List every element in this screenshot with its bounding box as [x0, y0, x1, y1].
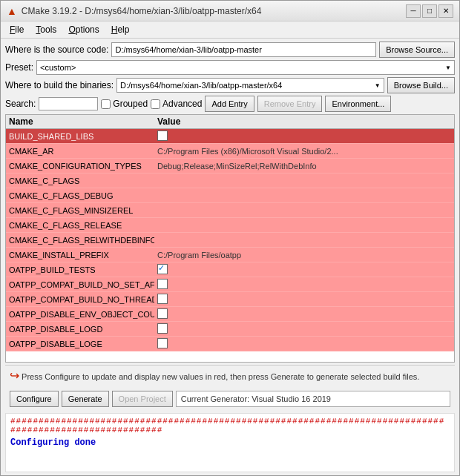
- status-text: Press Configure to update and display ne…: [22, 372, 419, 381]
- checkbox-cell[interactable]: [157, 130, 168, 141]
- checkbox-cell[interactable]: [157, 294, 168, 304]
- cell-value: [154, 195, 454, 196]
- generator-label: Current Generator: Visual Studio 16 2019: [181, 394, 331, 403]
- table-row[interactable]: CMAKE_CONFIGURATION_TYPESDebug;Release;M…: [6, 159, 454, 173]
- cell-name: CMAKE_AR: [6, 146, 154, 156]
- table-row[interactable]: CMAKE_C_FLAGS_MINSIZEREL: [6, 203, 454, 218]
- grouped-check-label[interactable]: Grouped: [101, 99, 148, 109]
- table-row[interactable]: OATPP_DISABLE_LOGD: [6, 322, 454, 337]
- menu-help[interactable]: Help: [105, 23, 136, 36]
- configure-button[interactable]: Configure: [10, 391, 59, 407]
- search-label: Search:: [5, 99, 36, 109]
- search-input[interactable]: [39, 97, 98, 110]
- remove-entry-button[interactable]: Remove Entry: [257, 96, 323, 112]
- window-title: CMake 3.19.2 - D:/msys64/home/xian-3/lib…: [22, 6, 261, 16]
- cell-name: OATPP_DISABLE_LOGE: [6, 339, 154, 349]
- cell-name: OATPP_DISABLE_LOGD: [6, 324, 154, 334]
- checkbox-cell[interactable]: [157, 264, 168, 274]
- menubar: File Tools Options Help: [1, 22, 459, 39]
- advanced-check-label[interactable]: Advanced: [151, 99, 202, 109]
- main-content: Where is the source code: Browse Source.…: [1, 39, 459, 413]
- cell-value: [154, 293, 454, 306]
- maximize-button[interactable]: □: [422, 4, 437, 18]
- table-row[interactable]: CMAKE_C_FLAGS_RELEASE: [6, 218, 454, 233]
- preset-row: Preset: <custom> ▼: [5, 60, 455, 75]
- menu-file[interactable]: File: [4, 23, 30, 36]
- table-row[interactable]: CMAKE_C_FLAGS_DEBUG: [6, 188, 454, 203]
- menu-tools[interactable]: Tools: [30, 23, 62, 36]
- add-entry-button[interactable]: Add Entry: [205, 96, 254, 112]
- checkbox-cell[interactable]: [157, 338, 168, 348]
- grouped-checkbox[interactable]: [101, 99, 111, 109]
- cell-name: CMAKE_C_FLAGS_RELWITHDEBINFO: [6, 235, 154, 245]
- status-bar: ↪ Press Configure to update and display …: [5, 365, 455, 386]
- cell-name: CMAKE_CONFIGURATION_TYPES: [6, 161, 154, 171]
- grouped-label: Grouped: [113, 99, 148, 109]
- minimize-button[interactable]: ─: [406, 4, 421, 18]
- cell-name: OATPP_BUILD_TESTS: [6, 265, 154, 275]
- arrow-icon: ↪: [10, 369, 19, 382]
- cell-value: [154, 210, 454, 211]
- cell-value: [154, 130, 454, 143]
- table-row[interactable]: CMAKE_C_FLAGS_RELWITHDEBINFO: [6, 233, 454, 248]
- app-icon: ▲: [7, 5, 17, 17]
- checkbox-cell[interactable]: [157, 279, 168, 289]
- cmake-table: Name Value BUILD_SHARED_LIBSCMAKE_ARC:/P…: [5, 114, 455, 363]
- preset-combo[interactable]: <custom> ▼: [36, 60, 455, 75]
- open-project-button[interactable]: Open Project: [112, 391, 173, 407]
- checkbox-cell[interactable]: [157, 308, 168, 319]
- build-combo[interactable]: D:/msys64/home/xian-3/lib/oatpp-master/x…: [116, 78, 384, 93]
- cell-name: CMAKE_C_FLAGS: [6, 176, 154, 186]
- build-label: Where to build the binaries:: [5, 80, 114, 90]
- table-row[interactable]: OATPP_BUILD_TESTS: [6, 262, 454, 277]
- browse-source-button[interactable]: Browse Source...: [379, 42, 455, 58]
- checkbox-cell[interactable]: [157, 323, 168, 334]
- menu-options[interactable]: Options: [62, 23, 105, 36]
- table-row[interactable]: OATPP_DISABLE_LOGE: [6, 337, 454, 351]
- table-row[interactable]: CMAKE_ARC:/Program Files (x86)/Microsoft…: [6, 144, 454, 159]
- preset-combo-arrow: ▼: [445, 65, 451, 71]
- cell-value: [154, 308, 454, 321]
- bottom-buttons: Configure Generate Open Project Current …: [5, 388, 455, 410]
- table-header: Name Value: [6, 115, 454, 129]
- cell-value: [154, 239, 454, 241]
- preset-label: Preset:: [5, 62, 33, 73]
- title-bar-left: ▲ CMake 3.19.2 - D:/msys64/home/xian-3/l…: [7, 5, 261, 17]
- cell-name: OATPP_COMPAT_BUILD_NO_THREAD_LOCAL: [6, 294, 154, 305]
- preset-value: <custom>: [40, 63, 76, 72]
- cell-name: CMAKE_C_FLAGS_RELEASE: [6, 220, 154, 231]
- build-value: D:/msys64/home/xian-3/lib/oatpp-master/x…: [120, 81, 282, 90]
- title-controls: ─ □ ✕: [406, 4, 453, 18]
- output-area: ########################################…: [5, 413, 455, 472]
- table-row[interactable]: OATPP_DISABLE_ENV_OBJECT_COUNTERS: [6, 307, 454, 322]
- browse-build-button[interactable]: Browse Build...: [387, 77, 455, 93]
- cell-value: [154, 263, 454, 277]
- cell-value: C:/Program Files/oatpp: [154, 250, 454, 260]
- search-row: Search: Grouped Advanced Add Entry Remov…: [5, 96, 455, 112]
- advanced-label: Advanced: [162, 99, 202, 109]
- generate-button[interactable]: Generate: [62, 391, 109, 407]
- done-line: Configuring done: [10, 437, 450, 448]
- source-input[interactable]: [111, 42, 376, 57]
- advanced-checkbox[interactable]: [151, 99, 160, 109]
- cell-value: Debug;Release;MinSizeRel;RelWithDebInfo: [154, 161, 454, 171]
- table-row[interactable]: CMAKE_C_FLAGS: [6, 173, 454, 188]
- environment-button[interactable]: Environment...: [325, 96, 391, 112]
- table-row[interactable]: CMAKE_INSTALL_PREFIXC:/Program Files/oat…: [6, 248, 454, 262]
- cell-name: OATPP_DISABLE_ENV_OBJECT_COUNTERS: [6, 309, 154, 320]
- main-window: ▲ CMake 3.19.2 - D:/msys64/home/xian-3/l…: [0, 0, 460, 476]
- generator-info: Current Generator: Visual Studio 16 2019: [176, 391, 450, 407]
- cell-name: CMAKE_INSTALL_PREFIX: [6, 250, 154, 260]
- cell-value: [154, 337, 454, 351]
- table-body: BUILD_SHARED_LIBSCMAKE_ARC:/Program File…: [6, 129, 454, 362]
- table-row[interactable]: OATPP_COMPAT_BUILD_NO_THREAD_LOCAL: [6, 292, 454, 307]
- build-row: Where to build the binaries: D:/msys64/h…: [5, 77, 455, 93]
- cell-name: CMAKE_C_FLAGS_DEBUG: [6, 191, 154, 201]
- source-label: Where is the source code:: [5, 44, 108, 55]
- table-row[interactable]: BUILD_SHARED_LIBS: [6, 129, 454, 144]
- close-button[interactable]: ✕: [438, 4, 453, 18]
- cell-value: [154, 180, 454, 182]
- table-row[interactable]: OATPP_COMPAT_BUILD_NO_SET_AFFINITY: [6, 277, 454, 292]
- cell-value: [154, 278, 454, 291]
- source-row: Where is the source code: Browse Source.…: [5, 42, 455, 58]
